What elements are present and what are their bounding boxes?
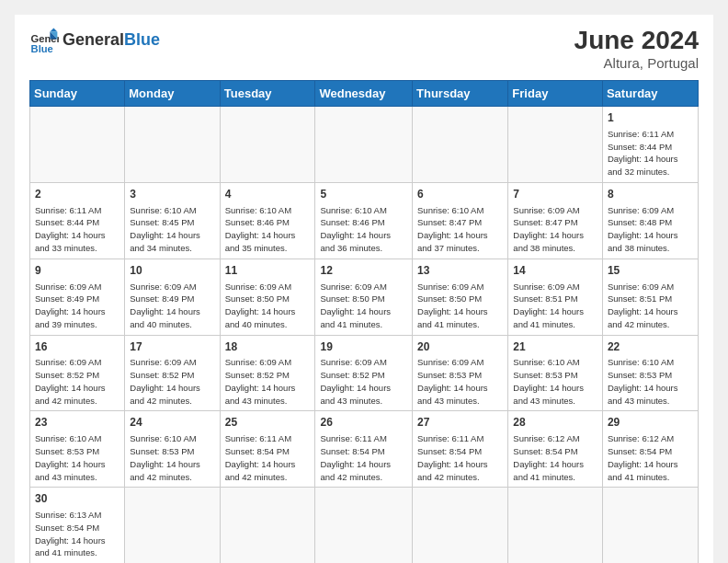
day-number: 21 [513,339,597,355]
calendar-cell: 20Sunrise: 6:09 AM Sunset: 8:53 PM Dayli… [413,335,508,411]
day-info: Sunrise: 6:09 AM Sunset: 8:48 PM Dayligh… [608,204,693,255]
calendar-cell: 28Sunrise: 6:12 AM Sunset: 8:54 PM Dayli… [508,411,603,488]
day-number: 7 [513,187,597,202]
day-info: Sunrise: 6:13 AM Sunset: 8:54 PM Dayligh… [35,509,119,559]
calendar-cell: 23Sunrise: 6:10 AM Sunset: 8:53 PM Dayli… [30,411,125,488]
logo-icon: General Blue [29,26,59,55]
calendar-cell [315,488,413,563]
calendar-cell [220,488,315,563]
title-block: June 2024 Altura, Portugal [574,26,699,71]
calendar-cell: 7Sunrise: 6:09 AM Sunset: 8:47 PM Daylig… [508,182,603,259]
day-number: 19 [320,339,407,355]
calendar-week-4: 23Sunrise: 6:10 AM Sunset: 8:53 PM Dayli… [30,411,699,488]
weekday-header-row: SundayMondayTuesdayWednesdayThursdayFrid… [30,81,699,107]
day-info: Sunrise: 6:10 AM Sunset: 8:53 PM Dayligh… [608,356,693,407]
day-info: Sunrise: 6:10 AM Sunset: 8:47 PM Dayligh… [417,204,503,255]
calendar-week-3: 16Sunrise: 6:09 AM Sunset: 8:52 PM Dayli… [30,335,699,411]
weekday-header-thursday: Thursday [413,81,508,107]
day-number: 2 [35,187,119,202]
calendar-cell: 24Sunrise: 6:10 AM Sunset: 8:53 PM Dayli… [125,411,220,488]
day-info: Sunrise: 6:10 AM Sunset: 8:45 PM Dayligh… [130,204,214,255]
calendar-cell: 9Sunrise: 6:09 AM Sunset: 8:49 PM Daylig… [30,259,125,335]
calendar-cell [508,488,603,563]
day-number: 8 [608,187,693,202]
calendar-cell: 30Sunrise: 6:13 AM Sunset: 8:54 PM Dayli… [30,488,125,563]
calendar-cell [125,107,220,183]
calendar-cell: 27Sunrise: 6:11 AM Sunset: 8:54 PM Dayli… [413,411,508,488]
calendar-cell: 14Sunrise: 6:09 AM Sunset: 8:51 PM Dayli… [508,259,603,335]
day-info: Sunrise: 6:11 AM Sunset: 8:44 PM Dayligh… [608,128,693,178]
calendar-cell [30,107,125,183]
calendar-cell: 13Sunrise: 6:09 AM Sunset: 8:50 PM Dayli… [413,259,508,335]
day-info: Sunrise: 6:11 AM Sunset: 8:44 PM Dayligh… [35,204,119,255]
day-info: Sunrise: 6:10 AM Sunset: 8:46 PM Dayligh… [225,204,311,255]
calendar-cell: 19Sunrise: 6:09 AM Sunset: 8:52 PM Dayli… [315,335,413,411]
day-number: 9 [35,263,119,279]
day-number: 13 [417,263,503,279]
day-number: 15 [608,263,693,279]
day-number: 30 [35,491,119,507]
day-number: 12 [320,263,407,279]
day-number: 14 [513,263,597,279]
day-info: Sunrise: 6:12 AM Sunset: 8:54 PM Dayligh… [513,432,597,483]
day-info: Sunrise: 6:12 AM Sunset: 8:54 PM Dayligh… [608,432,693,483]
day-number: 23 [35,415,119,431]
day-number: 6 [417,187,503,202]
calendar-cell: 3Sunrise: 6:10 AM Sunset: 8:45 PM Daylig… [125,182,220,259]
day-info: Sunrise: 6:09 AM Sunset: 8:52 PM Dayligh… [130,356,214,407]
svg-marker-2 [50,28,57,31]
month-year: June 2024 [574,26,699,55]
calendar-cell: 18Sunrise: 6:09 AM Sunset: 8:52 PM Dayli… [220,335,315,411]
calendar-week-5: 30Sunrise: 6:13 AM Sunset: 8:54 PM Dayli… [30,488,699,563]
day-number: 24 [130,415,214,431]
calendar-cell [508,107,603,183]
calendar-cell: 21Sunrise: 6:10 AM Sunset: 8:53 PM Dayli… [508,335,603,411]
day-number: 29 [608,415,693,431]
day-info: Sunrise: 6:09 AM Sunset: 8:52 PM Dayligh… [320,356,407,407]
calendar-week-2: 9Sunrise: 6:09 AM Sunset: 8:49 PM Daylig… [30,259,699,335]
calendar-week-1: 2Sunrise: 6:11 AM Sunset: 8:44 PM Daylig… [30,182,699,259]
calendar-cell: 16Sunrise: 6:09 AM Sunset: 8:52 PM Dayli… [30,335,125,411]
calendar-cell: 5Sunrise: 6:10 AM Sunset: 8:46 PM Daylig… [315,182,413,259]
day-info: Sunrise: 6:09 AM Sunset: 8:52 PM Dayligh… [225,356,311,407]
calendar-week-0: 1Sunrise: 6:11 AM Sunset: 8:44 PM Daylig… [30,107,699,183]
day-info: Sunrise: 6:09 AM Sunset: 8:47 PM Dayligh… [513,204,597,255]
day-number: 17 [130,339,214,355]
header: General Blue GeneralBlue June 2024 Altur… [29,26,699,71]
day-info: Sunrise: 6:10 AM Sunset: 8:53 PM Dayligh… [513,356,597,407]
calendar-cell: 1Sunrise: 6:11 AM Sunset: 8:44 PM Daylig… [602,107,698,183]
day-number: 20 [417,339,503,355]
calendar-cell [125,488,220,563]
calendar-cell: 17Sunrise: 6:09 AM Sunset: 8:52 PM Dayli… [125,335,220,411]
day-number: 22 [608,339,693,355]
logo: General Blue GeneralBlue [29,26,160,55]
day-info: Sunrise: 6:11 AM Sunset: 8:54 PM Dayligh… [225,432,311,483]
day-number: 18 [225,339,311,355]
day-number: 28 [513,415,597,431]
day-info: Sunrise: 6:09 AM Sunset: 8:49 PM Dayligh… [130,281,214,331]
day-info: Sunrise: 6:11 AM Sunset: 8:54 PM Dayligh… [417,432,503,483]
calendar-cell [220,107,315,183]
calendar-cell: 12Sunrise: 6:09 AM Sunset: 8:50 PM Dayli… [315,259,413,335]
day-info: Sunrise: 6:09 AM Sunset: 8:50 PM Dayligh… [320,281,407,331]
weekday-header-sunday: Sunday [30,81,125,107]
calendar-cell [413,107,508,183]
day-number: 16 [35,339,119,355]
calendar-cell: 26Sunrise: 6:11 AM Sunset: 8:54 PM Dayli… [315,411,413,488]
day-number: 11 [225,263,311,279]
day-info: Sunrise: 6:09 AM Sunset: 8:53 PM Dayligh… [417,356,503,407]
calendar-cell: 4Sunrise: 6:10 AM Sunset: 8:46 PM Daylig… [220,182,315,259]
calendar-cell: 2Sunrise: 6:11 AM Sunset: 8:44 PM Daylig… [30,182,125,259]
main-container: General Blue GeneralBlue June 2024 Altur… [15,15,713,563]
day-info: Sunrise: 6:09 AM Sunset: 8:50 PM Dayligh… [417,281,503,331]
day-number: 4 [225,187,311,202]
day-number: 26 [320,415,407,431]
calendar-cell: 8Sunrise: 6:09 AM Sunset: 8:48 PM Daylig… [602,182,698,259]
weekday-header-tuesday: Tuesday [220,81,315,107]
weekday-header-saturday: Saturday [602,81,698,107]
location: Altura, Portugal [574,55,699,71]
day-info: Sunrise: 6:11 AM Sunset: 8:54 PM Dayligh… [320,432,407,483]
calendar-cell: 22Sunrise: 6:10 AM Sunset: 8:53 PM Dayli… [602,335,698,411]
day-info: Sunrise: 6:10 AM Sunset: 8:53 PM Dayligh… [130,432,214,483]
weekday-header-monday: Monday [125,81,220,107]
